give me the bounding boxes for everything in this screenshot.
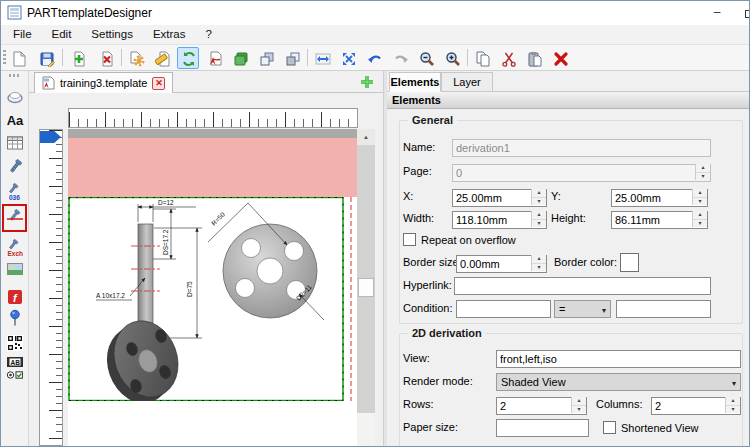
part-exchange-glyph: Exch bbox=[8, 250, 24, 257]
repeat-on-overflow-checkbox[interactable] bbox=[403, 233, 416, 246]
spin-up-icon[interactable]: ▴ bbox=[532, 189, 546, 198]
spin-down-icon[interactable]: ▾ bbox=[532, 264, 546, 272]
height-dim-label: D=75 bbox=[186, 281, 193, 297]
spin-down-icon[interactable]: ▾ bbox=[532, 198, 546, 206]
condition-label: Condition: bbox=[403, 302, 453, 314]
textfield-tool[interactable]: AB bbox=[4, 354, 26, 368]
menu-settings[interactable]: Settings bbox=[81, 25, 143, 44]
columns-label: Columns: bbox=[596, 398, 642, 410]
flash-tool[interactable]: f bbox=[4, 286, 26, 308]
paste-icon[interactable] bbox=[523, 47, 545, 69]
image-tool[interactable] bbox=[4, 258, 26, 280]
callout-label: A 10x17.2 bbox=[96, 292, 125, 299]
spin-down-icon[interactable]: ▾ bbox=[696, 173, 710, 181]
page-format-icon[interactable] bbox=[151, 47, 173, 69]
qrcode-tool[interactable] bbox=[4, 332, 26, 354]
formfield-tool[interactable] bbox=[4, 367, 26, 381]
table-tool[interactable] bbox=[4, 132, 26, 154]
pin-tool[interactable] bbox=[4, 307, 26, 329]
height-stepper[interactable]: ▴▾ bbox=[611, 210, 708, 228]
template-page[interactable]: D=12 DS=17.2 D=75 A 10x17.2 R=50 D2=11 bbox=[68, 129, 357, 446]
menu-file[interactable]: File bbox=[3, 25, 42, 44]
spin-down-icon[interactable]: ▾ bbox=[572, 406, 586, 414]
tab-layer[interactable]: Layer bbox=[441, 72, 493, 92]
tab-elements[interactable]: Elements bbox=[389, 72, 441, 92]
spin-down-icon[interactable]: ▾ bbox=[693, 220, 707, 228]
toolbar-grip[interactable] bbox=[3, 50, 6, 66]
vertical-scrollbar[interactable]: ▲ bbox=[357, 129, 375, 446]
menu-help[interactable]: ? bbox=[196, 25, 222, 44]
selected-tool-highlight bbox=[2, 204, 27, 232]
cut-icon[interactable] bbox=[497, 47, 519, 69]
zoom-out-icon[interactable] bbox=[415, 47, 437, 69]
scrollbar-thumb[interactable] bbox=[358, 278, 374, 297]
border-size-stepper[interactable]: ▴▾ bbox=[456, 254, 547, 272]
spin-up-icon[interactable]: ▴ bbox=[696, 164, 710, 173]
spin-up-icon[interactable]: ▴ bbox=[532, 255, 546, 264]
part-tool[interactable] bbox=[4, 156, 26, 178]
order-raise-icon[interactable] bbox=[255, 47, 277, 69]
canvas-viewport[interactable]: D=12 DS=17.2 D=75 A 10x17.2 R=50 D2=11 ▲ bbox=[29, 93, 383, 446]
stamp-tool[interactable] bbox=[4, 86, 26, 108]
part-number-glyph: 036 bbox=[9, 194, 20, 201]
spin-down-icon[interactable]: ▾ bbox=[532, 220, 546, 228]
scroll-up-icon[interactable]: ▲ bbox=[357, 129, 375, 145]
document-tab[interactable]: training3.template ✕ bbox=[34, 72, 173, 93]
export-pdf-icon[interactable] bbox=[203, 47, 225, 69]
close-tab-icon[interactable]: ✕ bbox=[152, 77, 165, 90]
render-mode-select[interactable]: Shaded View▾ bbox=[496, 373, 741, 391]
redo-icon[interactable] bbox=[389, 47, 411, 69]
y-stepper[interactable]: ▴▾ bbox=[611, 188, 708, 206]
spin-up-icon[interactable]: ▴ bbox=[693, 189, 707, 198]
rows-stepper[interactable]: ▴▾ bbox=[496, 396, 587, 414]
spin-up-icon[interactable]: ▴ bbox=[572, 397, 586, 406]
title-bar: PARTtemplateDesigner – bbox=[1, 1, 749, 25]
refresh-icon[interactable] bbox=[177, 47, 199, 69]
minimize-button[interactable]: – bbox=[701, 1, 733, 25]
condition-field-2[interactable] bbox=[616, 300, 711, 318]
border-color-swatch[interactable] bbox=[620, 253, 639, 272]
page-settings-icon[interactable] bbox=[125, 47, 147, 69]
x-stepper[interactable]: ▴▾ bbox=[452, 188, 547, 206]
part-exchange-tool[interactable]: Exch bbox=[4, 237, 26, 259]
menu-edit[interactable]: Edit bbox=[42, 25, 82, 44]
spin-up-icon[interactable]: ▴ bbox=[693, 211, 707, 220]
page-stepper[interactable]: ▴▾ bbox=[452, 163, 711, 181]
delete-icon[interactable] bbox=[549, 47, 571, 69]
part-number-tool[interactable]: 036 bbox=[4, 181, 26, 203]
undo-icon[interactable] bbox=[363, 47, 385, 69]
maximize-button[interactable] bbox=[745, 10, 750, 18]
order-lower-icon[interactable] bbox=[281, 47, 303, 69]
condition-operator-select[interactable]: =▾ bbox=[554, 300, 611, 318]
condition-field-1[interactable] bbox=[456, 300, 551, 318]
spin-up-icon[interactable]: ▴ bbox=[726, 397, 740, 406]
hyperlink-field[interactable] bbox=[454, 277, 711, 295]
zoom-in-icon[interactable] bbox=[441, 47, 463, 69]
spin-down-icon[interactable]: ▾ bbox=[726, 406, 740, 414]
width-stepper[interactable]: ▴▾ bbox=[452, 210, 547, 228]
export-image-icon[interactable] bbox=[229, 47, 251, 69]
view-label: View: bbox=[403, 352, 430, 364]
fit-page-icon[interactable] bbox=[337, 47, 359, 69]
name-field[interactable] bbox=[452, 139, 711, 157]
add-tab-icon[interactable] bbox=[359, 74, 375, 90]
add-page-icon[interactable] bbox=[67, 47, 89, 69]
copy-icon[interactable] bbox=[471, 47, 493, 69]
columns-stepper[interactable]: ▴▾ bbox=[651, 396, 741, 414]
tool-sidebar: Aa 036 Exch f AB bbox=[1, 71, 29, 446]
spin-up-icon[interactable]: ▴ bbox=[532, 211, 546, 220]
fit-width-icon[interactable] bbox=[311, 47, 333, 69]
new-file-icon[interactable] bbox=[7, 47, 29, 69]
spin-down-icon[interactable]: ▾ bbox=[693, 198, 707, 206]
delete-page-icon[interactable] bbox=[95, 47, 117, 69]
shortened-view-checkbox[interactable] bbox=[603, 421, 616, 434]
menu-extras[interactable]: Extras bbox=[143, 25, 196, 44]
save-icon[interactable] bbox=[35, 47, 57, 69]
scrollbar-track[interactable] bbox=[357, 129, 375, 413]
sidebar-grip[interactable] bbox=[9, 74, 21, 77]
text-tool[interactable]: Aa bbox=[4, 110, 26, 132]
view-field[interactable] bbox=[496, 350, 741, 368]
derivation-drawing: D=12 DS=17.2 D=75 A 10x17.2 R=50 D2=11 bbox=[68, 197, 357, 401]
paper-size-field[interactable] bbox=[496, 419, 589, 437]
header-band[interactable] bbox=[68, 138, 357, 197]
